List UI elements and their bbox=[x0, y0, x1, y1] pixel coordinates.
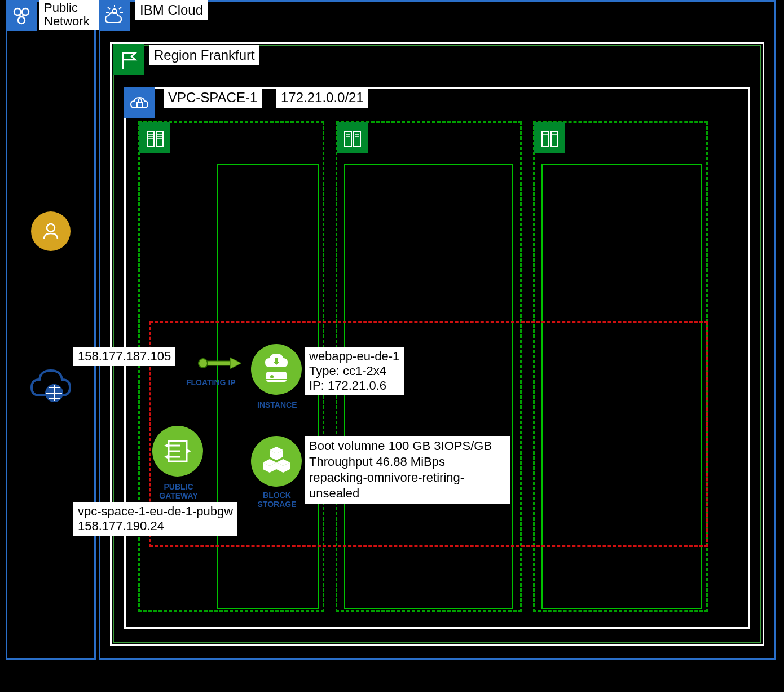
datacenter-icon bbox=[139, 122, 170, 153]
instance-icon bbox=[251, 344, 302, 395]
svg-line-8 bbox=[108, 7, 110, 9]
svg-marker-49 bbox=[164, 455, 169, 459]
svg-marker-40 bbox=[230, 358, 241, 369]
vpc-name-label: VPC-SPACE-1 bbox=[164, 87, 262, 108]
vpc-icon bbox=[124, 87, 155, 118]
svg-rect-13 bbox=[137, 102, 143, 107]
block-storage-line3: repacking-omnivore-retiring-unsealed bbox=[309, 470, 506, 501]
block-storage-line2: Throughput 46.88 MiBps bbox=[309, 454, 506, 470]
datacenter-icon bbox=[534, 122, 565, 153]
instance-info-label: webapp-eu-de-1 Type: cc1-2x4 IP: 172.21.… bbox=[305, 347, 404, 395]
block-storage-icon bbox=[251, 436, 302, 487]
floating-ip-address-label: 158.177.187.105 bbox=[73, 347, 175, 366]
public-network-label: Public Network bbox=[39, 0, 102, 30]
svg-rect-29 bbox=[551, 131, 558, 146]
svg-point-38 bbox=[199, 359, 208, 368]
instance-type: Type: cc1-2x4 bbox=[309, 364, 399, 378]
svg-point-2 bbox=[18, 17, 25, 24]
public-gateway-ip: 158.177.190.24 bbox=[78, 519, 233, 534]
public-gateway-caption: PUBLIC GATEWAY bbox=[157, 482, 200, 500]
flag-icon bbox=[113, 44, 144, 75]
svg-line-9 bbox=[119, 7, 121, 9]
svg-rect-23 bbox=[354, 131, 360, 146]
floating-ip-caption: FLOATING IP bbox=[186, 378, 236, 387]
cloud-icon bbox=[99, 0, 130, 31]
block-storage-line1: Boot volumne 100 GB 3IOPS/GB bbox=[309, 438, 506, 454]
datacenter-icon bbox=[337, 122, 368, 153]
svg-rect-41 bbox=[266, 372, 287, 382]
user-icon bbox=[31, 211, 71, 251]
svg-rect-39 bbox=[208, 361, 230, 365]
svg-rect-22 bbox=[345, 131, 351, 146]
svg-marker-50 bbox=[187, 449, 191, 453]
public-gateway-name: vpc-space-1-eu-de-1-pubgw bbox=[78, 504, 233, 519]
internet-icon bbox=[27, 364, 72, 409]
instance-caption: INSTANCE bbox=[257, 400, 297, 409]
instance-name: webapp-eu-de-1 bbox=[309, 349, 399, 364]
svg-point-32 bbox=[47, 224, 55, 232]
ibm-cloud-label: IBM Cloud bbox=[135, 0, 208, 20]
vpc-cidr-label: 172.21.0.0/21 bbox=[276, 87, 368, 108]
svg-marker-48 bbox=[164, 443, 169, 448]
svg-line-4 bbox=[23, 14, 23, 17]
svg-rect-28 bbox=[542, 131, 549, 146]
svg-point-42 bbox=[270, 375, 274, 378]
region-label: Region Frankfurt bbox=[149, 45, 259, 65]
arrow-icon bbox=[197, 356, 243, 370]
public-network-box bbox=[6, 0, 96, 660]
svg-line-3 bbox=[20, 14, 20, 17]
public-gateway-icon bbox=[152, 426, 203, 477]
block-storage-caption: BLOCK STORAGE bbox=[257, 491, 297, 509]
public-network-icon bbox=[6, 0, 37, 31]
instance-ip: IP: 172.21.0.6 bbox=[309, 378, 399, 393]
block-storage-info-label: Boot volumne 100 GB 3IOPS/GB Throughput … bbox=[305, 436, 510, 504]
public-gateway-info-label: vpc-space-1-eu-de-1-pubgw 158.177.190.24 bbox=[73, 502, 237, 536]
